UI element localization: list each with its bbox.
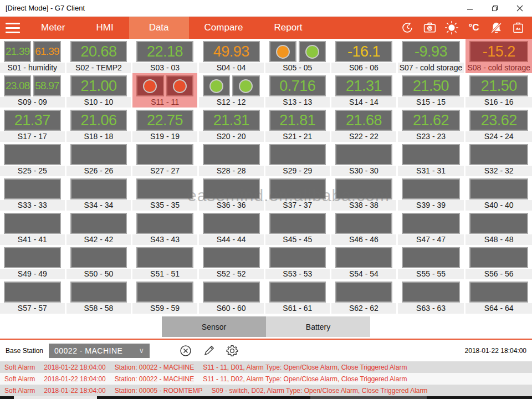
celsius-unit-icon[interactable]: °C [464,17,483,39]
tile-label: S35 - 35 [132,200,197,211]
nav-item-meter[interactable]: Meter [25,17,80,39]
alarm-log-row[interactable]: Soft Alarm2018-01-22 18:04:00Station: 00… [0,373,532,385]
sensor-tile-S10[interactable]: 21.00S10 - 10 [66,73,133,108]
sensor-tile-S24[interactable]: 23.62S24 - 24 [466,108,532,142]
sensor-tile-S59[interactable]: S59 - 59 [132,279,199,314]
sensor-tile-S19[interactable]: 22.75S19 - 19 [132,108,199,142]
sensor-tile-S03[interactable]: 22.18S03 - 03 [132,39,199,73]
settings-gear-icon[interactable] [225,344,239,358]
value-box [70,282,127,303]
sensor-tile-S48[interactable]: S48 - 48 [466,211,532,245]
sensor-tile-S27[interactable]: S27 - 27 [132,142,199,176]
sensor-tile-S04[interactable]: 49.93S04 - 04 [199,39,265,73]
sensor-tile-S49[interactable]: S49 - 49 [0,245,66,279]
camera-icon[interactable] [420,17,439,39]
sensor-tile-S06[interactable]: -16.1S06 - 06 [331,39,398,73]
sensor-tile-S15[interactable]: 21.50S15 - 15 [398,73,466,108]
nav-item-report[interactable]: Report [258,17,318,39]
sensor-tile-S26[interactable]: S26 - 26 [66,142,133,176]
sensor-tile-S63[interactable]: S63 - 63 [398,279,466,314]
sensor-tile-S42[interactable]: S42 - 42 [66,211,133,245]
sensor-tile-S11[interactable]: S11 - 11 [132,73,199,108]
alarm-log-row[interactable]: Soft Alarm2018-01-22 18:04:00Station: 00… [0,385,532,396]
sensor-tile-S31[interactable]: S31 - 31 [398,142,466,176]
nav-item-compare[interactable]: Compare [189,17,259,39]
sensor-tile-S41[interactable]: S41 - 41 [0,211,66,245]
sensor-tile-S23[interactable]: 21.62S23 - 23 [398,108,466,142]
tile-value-area [132,211,197,234]
brightness-sun-icon[interactable] [442,17,461,39]
cancel-circle-icon[interactable] [178,344,193,358]
title-bar: [Direct Mode] - G7 Client [0,0,532,17]
tile-value-area [265,245,330,269]
sensor-tile-S44[interactable]: S44 - 44 [199,211,265,245]
sensor-tile-S40[interactable]: S40 - 40 [466,176,532,211]
sensor-tile-S13[interactable]: 0.716S13 - 13 [265,73,332,108]
sensor-tile-S50[interactable]: S50 - 50 [66,245,133,279]
image-bin-icon[interactable] [509,17,528,39]
nav-item-hmi[interactable]: HMI [80,17,129,39]
base-station-label: Base Station [0,347,49,355]
minimize-button[interactable] [457,0,482,17]
sensor-tile-S58[interactable]: S58 - 58 [66,279,133,314]
sensor-tile-S22[interactable]: 21.68S22 - 22 [331,108,398,142]
sensor-tile-S45[interactable]: S45 - 45 [265,211,332,245]
sensor-tile-S07[interactable]: -9.93S07 - cold storage [398,39,466,73]
sensor-tile-S62[interactable]: S62 - 62 [331,279,398,314]
sensor-tile-S29[interactable]: S29 - 29 [265,142,332,176]
sensor-tile-S01[interactable]: 21.3961.39S01 - humidity [0,39,66,73]
sensor-tile-S35[interactable]: S35 - 35 [132,176,199,211]
status-light-box [136,75,163,96]
tile-value-area [331,176,396,200]
sensor-tile-S46[interactable]: S46 - 46 [331,211,398,245]
sensor-tile-S43[interactable]: S43 - 43 [132,211,199,245]
sensor-tile-S33[interactable]: S33 - 33 [0,176,66,211]
restore-button[interactable] [482,0,507,17]
sensor-tile-S30[interactable]: S30 - 30 [331,142,398,176]
station-dropdown[interactable]: 00022 - MACHINE ∨ [49,344,150,358]
sensor-tile-S05[interactable]: S05 - 05 [265,39,332,73]
tab-battery[interactable]: Battery [266,316,370,337]
status-light-box [203,75,230,96]
sensor-tile-S34[interactable]: S34 - 34 [66,176,133,211]
sensor-tile-S28[interactable]: S28 - 28 [199,142,265,176]
sensor-tile-S37[interactable]: S37 - 37 [265,176,332,211]
sensor-tile-S57[interactable]: S57 - 57 [0,279,66,314]
sensor-tile-S08[interactable]: -15.2S08 - cold storage [466,39,532,73]
tile-label: S47 - 47 [398,234,464,245]
sensor-tile-S09[interactable]: 23.0858.97S09 - 09 [0,73,66,108]
sensor-tile-S36[interactable]: S36 - 36 [199,176,265,211]
sensor-tile-S20[interactable]: 21.31S20 - 20 [199,108,265,142]
sensor-tile-S54[interactable]: S54 - 54 [331,245,398,279]
sensor-tile-S53[interactable]: S53 - 53 [265,245,332,279]
menu-hamburger-icon[interactable] [0,17,25,39]
sensor-tile-S47[interactable]: S47 - 47 [398,211,466,245]
sensor-tile-S21[interactable]: 21.81S21 - 21 [265,108,332,142]
sensor-tile-S61[interactable]: S61 - 61 [265,279,332,314]
sensor-tile-S16[interactable]: 21.50S16 - 16 [466,73,532,108]
edit-pencil-icon[interactable] [202,344,216,358]
close-button[interactable] [507,0,532,17]
sensor-tile-S52[interactable]: S52 - 52 [199,245,265,279]
tile-label: S16 - 16 [466,97,532,108]
value-box [136,213,193,234]
sensor-tile-S32[interactable]: S32 - 32 [466,142,532,176]
tab-sensor[interactable]: Sensor [162,316,266,337]
sensor-tile-S14[interactable]: 21.31S14 - 14 [331,73,398,108]
sensor-tile-S51[interactable]: S51 - 51 [132,245,199,279]
sensor-tile-S38[interactable]: S38 - 38 [331,176,398,211]
alarm-log-row[interactable]: Soft Alarm2018-01-22 18:04:00Station: 00… [0,361,532,373]
nav-item-data[interactable]: Data [129,17,189,39]
sensor-tile-S60[interactable]: S60 - 60 [199,279,265,314]
sensor-tile-S18[interactable]: 21.06S18 - 18 [66,108,133,142]
sensor-tile-S56[interactable]: S56 - 56 [466,245,532,279]
sensor-tile-S25[interactable]: S25 - 25 [0,142,66,176]
sensor-tile-S39[interactable]: S39 - 39 [398,176,466,211]
sensor-tile-S17[interactable]: 21.37S17 - 17 [0,108,66,142]
sensor-tile-S02[interactable]: 20.68S02 - TEMP2 [66,39,133,73]
alarm-mute-bell-icon[interactable] [487,17,505,39]
sensor-tile-S55[interactable]: S55 - 55 [398,245,466,279]
sensor-tile-S64[interactable]: S64 - 64 [466,279,532,314]
sync-history-icon[interactable] [398,17,417,39]
sensor-tile-S12[interactable]: S12 - 12 [199,73,265,108]
